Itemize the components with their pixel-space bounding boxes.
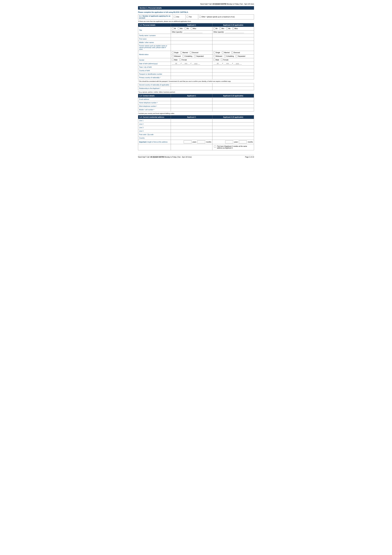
one-checkbox[interactable] — [174, 16, 176, 18]
years-app2-input[interactable] — [225, 140, 233, 143]
country-birth-app2-input[interactable] — [213, 70, 253, 72]
miss-app1[interactable]: Miss — [191, 28, 196, 29]
other-checkbox[interactable] — [199, 16, 201, 18]
country-app1-input[interactable] — [172, 137, 211, 139]
mrs-app2[interactable]: Mrs — [219, 28, 224, 29]
family-name-app1-input[interactable] — [172, 35, 211, 37]
separated-app1[interactable]: Separated — [194, 55, 204, 57]
applicant1-header: Applicant 1 — [171, 23, 212, 27]
married-app2[interactable]: Married — [222, 51, 229, 53]
male-app2[interactable]: Male — [213, 59, 219, 61]
line3-app2-input[interactable] — [213, 127, 253, 128]
home-tel-app2-input[interactable] — [213, 102, 253, 104]
passport-app1-input[interactable] — [172, 73, 211, 75]
title-other-app2-input[interactable] — [225, 31, 244, 33]
first-name-app1-input[interactable] — [172, 38, 211, 40]
personal-details-header: 1.2 Personal details Applicant 1 Applica… — [138, 23, 254, 27]
mr-app2[interactable]: Mr — [213, 28, 218, 29]
title-other-app1-input[interactable] — [184, 31, 202, 33]
dob-month-app1[interactable] — [182, 63, 190, 65]
middle-names-app2-input[interactable] — [213, 42, 253, 43]
line1-app2-input[interactable] — [213, 120, 253, 122]
country-birth-app1-input[interactable] — [172, 70, 211, 72]
former-names-app1-input[interactable] — [172, 47, 211, 48]
email-app2-input[interactable] — [213, 98, 253, 100]
male-app1[interactable]: Male — [172, 59, 178, 61]
middle-names-row: Middle / other names — [138, 41, 254, 44]
postcode-app2-input[interactable] — [213, 134, 253, 135]
dob-day-app2[interactable] — [213, 63, 222, 65]
dob-year-app2[interactable] — [233, 63, 242, 65]
footnote2: ² This should be consistent with the pas… — [138, 80, 254, 82]
single-app1[interactable]: Single — [172, 51, 179, 53]
line3-row: Line 3 — [138, 126, 254, 129]
home-tel-app1-input[interactable] — [172, 102, 211, 104]
second-nationality-app2-input[interactable] — [213, 84, 253, 86]
country-app1 — [171, 136, 212, 140]
one-checkbox-label[interactable]: One — [174, 16, 179, 18]
top-help-text: Need help? Call — [200, 3, 212, 5]
miss-app2[interactable]: Miss — [232, 28, 238, 29]
dob-month-app2[interactable] — [223, 63, 232, 65]
other-checkbox-label[interactable]: Other ¹ (please specify up to a maximum … — [199, 16, 235, 18]
first-name-app2 — [212, 37, 254, 41]
title-other-app1: Other (specify): — [171, 30, 212, 34]
postcode-app1-input[interactable] — [172, 134, 211, 135]
passport-app2-input[interactable] — [213, 73, 253, 75]
line4-app2-input[interactable] — [213, 130, 253, 132]
primary-nationality-app2-input[interactable] — [213, 77, 253, 79]
first-name-app2-input[interactable] — [213, 38, 253, 40]
relationship-app2-input[interactable] — [213, 88, 253, 89]
family-name-app1 — [171, 34, 212, 37]
widowed-app2[interactable]: Widowed — [213, 55, 222, 57]
mr-app1[interactable]: Mr — [172, 28, 176, 29]
work-tel-app1-input[interactable] — [172, 105, 211, 107]
town-birth-app2-input[interactable] — [213, 66, 253, 68]
work-tel-app2-input[interactable] — [213, 105, 253, 107]
married-app1[interactable]: Married — [180, 51, 188, 53]
two-checkbox-label[interactable]: Two — [186, 16, 192, 18]
line2-app2-input[interactable] — [213, 123, 253, 125]
divorced-app2[interactable]: Divorced — [231, 51, 240, 53]
divorced-app1[interactable]: Divorced — [190, 51, 198, 53]
relationship-app1-input[interactable] — [172, 88, 211, 89]
email-app1-input[interactable] — [172, 98, 211, 100]
ms-app1[interactable]: Ms — [185, 28, 189, 29]
years-app1-input[interactable] — [184, 140, 192, 143]
row11-label: Number of applicants applying for an acc… — [139, 15, 170, 19]
mrs-app1[interactable]: Mrs — [178, 28, 183, 29]
dob-day-app1[interactable] — [172, 63, 180, 65]
ms-app2[interactable]: Ms — [226, 28, 230, 29]
country-app2-input[interactable] — [213, 137, 253, 139]
months-app1-input[interactable] — [197, 140, 205, 143]
line2-app1-input[interactable] — [172, 123, 211, 125]
second-nationality-app1-input[interactable] — [172, 84, 211, 86]
line1-app1-input[interactable] — [172, 120, 211, 122]
female-app1[interactable]: Female — [179, 59, 187, 61]
cohabiting-app2[interactable]: Cohabiting — [224, 55, 234, 57]
line3-app1-input[interactable] — [172, 127, 211, 128]
mobile-app2-input[interactable] — [213, 109, 253, 110]
line1-label: Line 1 — [138, 119, 171, 123]
mobile-app1-input[interactable] — [172, 109, 211, 110]
former-names-app2-input[interactable] — [213, 47, 253, 48]
town-birth-app1-input[interactable] — [172, 66, 211, 68]
tick-app2-cell: Tick here if Applicant 2 resides at the … — [212, 144, 254, 150]
email-row: Email address — [138, 98, 254, 101]
middle-names-app1-input[interactable] — [172, 42, 211, 43]
country-birth-row: Country of birth — [138, 69, 254, 73]
female-app2[interactable]: Female — [221, 59, 228, 61]
two-checkbox[interactable] — [186, 16, 188, 18]
line4-app1-input[interactable] — [172, 130, 211, 132]
widowed-app1[interactable]: Widowed — [172, 55, 181, 57]
cohabiting-app1[interactable]: Cohabiting — [182, 55, 192, 57]
tick-same-address-checkbox[interactable] — [214, 146, 216, 148]
separated-app2[interactable]: Separated — [235, 55, 245, 57]
family-name-app2-input[interactable] — [213, 35, 253, 37]
dob-year-app1[interactable] — [192, 63, 200, 65]
primary-nationality-app1-input[interactable] — [172, 77, 211, 79]
single-app2[interactable]: Single — [213, 51, 220, 53]
months-app2-input[interactable] — [239, 140, 247, 143]
relationship-label: Relationship to first Applicant ³ — [138, 87, 171, 90]
home-tel-app2 — [212, 101, 254, 105]
